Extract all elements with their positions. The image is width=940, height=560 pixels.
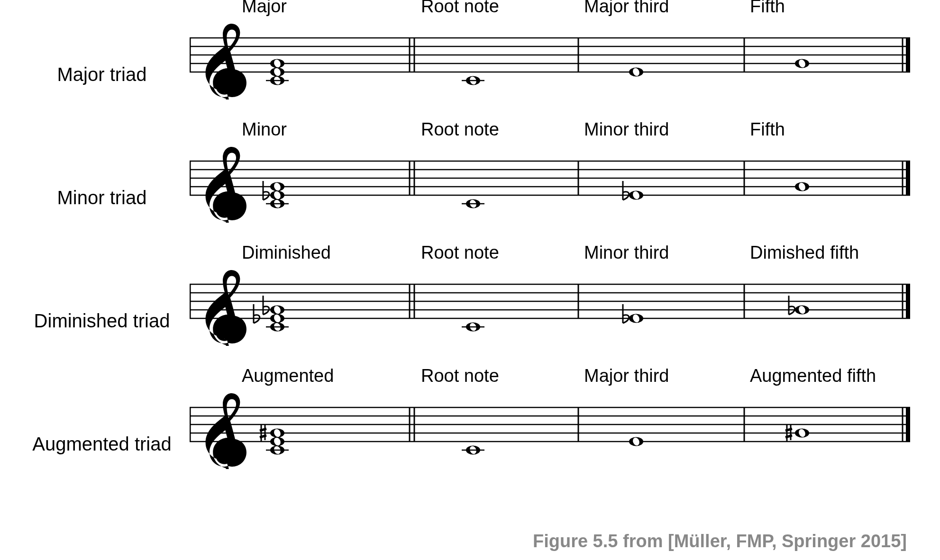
row-label: Diminished triad xyxy=(14,310,190,346)
triad-row: Minor triadMinorRoot noteMinor thirdFift… xyxy=(14,142,912,223)
svg-rect-36 xyxy=(906,161,910,195)
measure-label: Major third xyxy=(584,366,669,386)
figure-caption: Figure 5.5 from [Müller, FMP, Springer 2… xyxy=(533,531,907,551)
staff: AugmentedRoot noteMajor thirdAugmented f… xyxy=(190,388,912,469)
row-label: Augmented triad xyxy=(14,434,190,469)
measure-label: Augmented xyxy=(242,366,334,386)
figure: Major triadMajorRoot noteMajor thirdFift… xyxy=(0,0,940,560)
measure-labels: MajorRoot noteMajor thirdFifth xyxy=(190,0,912,18)
triad-row: Augmented triadAugmentedRoot noteMajor t… xyxy=(14,388,912,469)
measure-label: Dimished fifth xyxy=(750,243,859,263)
triad-row: Diminished triadDiminishedRoot noteMinor… xyxy=(14,265,912,346)
svg-rect-10 xyxy=(906,38,910,72)
measure-label: Root note xyxy=(421,366,499,386)
measure-labels: DiminishedRoot noteMinor thirdDimished f… xyxy=(190,243,912,264)
staff: DiminishedRoot noteMinor thirdDimished f… xyxy=(190,265,912,346)
measure-label: Root note xyxy=(421,243,499,263)
staff: MinorRoot noteMinor thirdFifth xyxy=(190,142,912,223)
measure-label: Minor third xyxy=(584,243,669,263)
measure-label: Fifth xyxy=(750,119,785,140)
svg-rect-94 xyxy=(906,407,910,442)
measure-label: Minor xyxy=(242,119,287,140)
measure-labels: MinorRoot noteMinor thirdFifth xyxy=(190,119,912,141)
staff-svg xyxy=(190,19,910,99)
staff: MajorRoot noteMajor thirdFifth xyxy=(190,19,912,99)
svg-rect-64 xyxy=(906,284,910,318)
measure-label: Major third xyxy=(584,0,669,17)
measure-label: Root note xyxy=(421,0,499,17)
measure-label: Major xyxy=(242,0,287,17)
measure-label: Root note xyxy=(421,119,499,140)
measure-label: Minor third xyxy=(584,119,669,140)
row-label: Major triad xyxy=(14,64,190,99)
measure-labels: AugmentedRoot noteMajor thirdAugmented f… xyxy=(190,366,912,388)
triad-row: Major triadMajorRoot noteMajor thirdFift… xyxy=(14,19,912,99)
row-label: Minor triad xyxy=(14,187,190,223)
staff-svg xyxy=(190,265,910,346)
staff-svg xyxy=(190,142,910,223)
measure-label: Fifth xyxy=(750,0,785,17)
staff-svg xyxy=(190,388,910,469)
measure-label: Augmented fifth xyxy=(750,366,876,386)
measure-label: Diminished xyxy=(242,243,331,263)
